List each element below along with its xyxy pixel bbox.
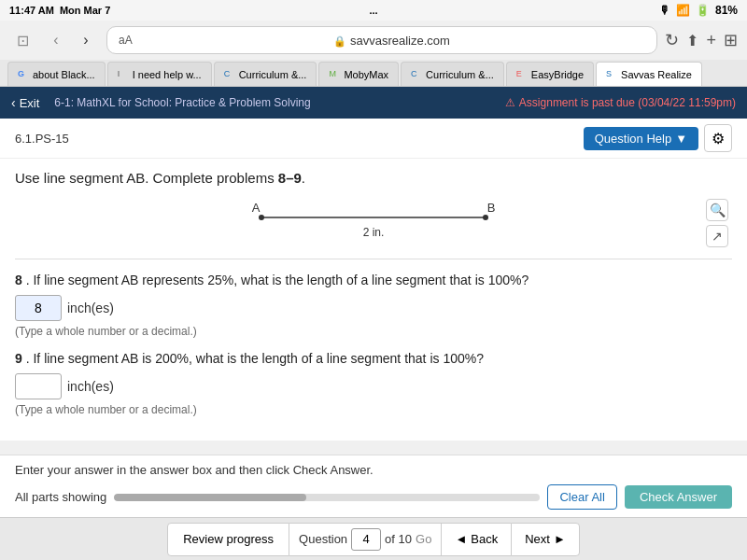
question-8: 8 . If line segment AB represents 25%, w…	[15, 273, 732, 338]
question-8-text: 8 . If line segment AB represents 25%, w…	[15, 273, 732, 287]
question-number-input[interactable]	[351, 528, 381, 551]
forward-browser-button[interactable]: ›	[73, 27, 99, 53]
svg-text:A: A	[252, 201, 261, 215]
zoom-in-button[interactable]: 🔍	[706, 199, 728, 221]
address-bar[interactable]: aA 🔒 savvasrealize.com	[106, 26, 657, 54]
answer-input-q8[interactable]	[15, 295, 62, 321]
problem-header: 6.1.PS-15 Question Help ▼ ⚙	[0, 119, 747, 159]
day-display: Mon Mar 7	[60, 5, 110, 16]
next-button[interactable]: Next ►	[511, 523, 580, 556]
back-button[interactable]: ◄ Back	[441, 523, 511, 556]
easybridge-favicon: E	[516, 69, 528, 80]
next-arrow-icon: ►	[554, 532, 566, 546]
share-button[interactable]: ⬆	[686, 32, 698, 49]
breadcrumb: 6-1: MathXL for School: Practice & Probl…	[54, 96, 490, 109]
problem-instruction: Use line segment AB. Complete problems 8…	[15, 170, 732, 186]
content-divider	[15, 259, 732, 259]
settings-button[interactable]: ⚙	[704, 124, 732, 152]
bottom-instruction: Enter your answer in the answer box and …	[15, 463, 732, 477]
progress-bar	[114, 494, 540, 501]
answer-input-q9[interactable]	[15, 373, 62, 399]
font-size-label: aA	[119, 34, 133, 47]
svg-point-2	[483, 215, 488, 220]
reload-button[interactable]: ↻	[665, 30, 679, 50]
tab-label: Curriculum &...	[426, 69, 494, 80]
diagram-container: A B 2 in. 🔍 ↗	[15, 197, 732, 244]
go-button[interactable]: Go	[416, 532, 431, 546]
problem-content: Use line segment AB. Complete problems 8…	[0, 159, 747, 441]
back-arrow-icon: ◄	[455, 532, 467, 546]
chevron-left-icon: ‹	[11, 95, 16, 110]
status-bar: 11:47 AM Mon Mar 7 ... 🎙 📶 🔋 81%	[0, 0, 747, 21]
tab-label: I need help w...	[133, 69, 202, 80]
line-segment-diagram: A B 2 in.	[233, 197, 514, 244]
tab-help[interactable]: I I need help w...	[107, 62, 212, 86]
dots-indicator: ...	[369, 5, 377, 16]
mobymax-favicon: M	[329, 69, 340, 80]
lock-icon: 🔒	[333, 35, 346, 47]
svg-point-1	[259, 215, 264, 220]
review-progress-button[interactable]: Review progress	[167, 523, 289, 556]
back-browser-button[interactable]: ‹	[43, 27, 69, 53]
mic-icon: 🎙	[659, 4, 670, 17]
problem-id: 6.1.PS-15	[15, 132, 69, 146]
of-total-label: of 10	[385, 532, 412, 546]
sidebar-toggle-button[interactable]: ⊡	[9, 27, 35, 53]
help-favicon: I	[118, 69, 129, 80]
app-bar: ‹ Exit 6-1: MathXL for School: Practice …	[0, 87, 747, 119]
question-9: 9 . If line segment AB is 200%, what is …	[15, 351, 732, 416]
exit-button[interactable]: ‹ Exit	[11, 95, 39, 110]
question-nav-label: Question	[299, 532, 347, 546]
question-help-button[interactable]: Question Help ▼	[584, 127, 698, 150]
curriculum2-favicon: C	[411, 69, 422, 80]
progress-bar-fill	[114, 494, 305, 501]
svg-text:B: B	[487, 201, 496, 215]
savvas-favicon: S	[606, 69, 617, 80]
tab-mobymax[interactable]: M MobyMax	[318, 62, 399, 86]
tab-curriculum1[interactable]: C Curriculum &...	[214, 62, 317, 86]
tab-curriculum2[interactable]: C Curriculum &...	[401, 62, 504, 86]
tab-label: Curriculum &...	[239, 69, 307, 80]
answer-hint-q9: (Type a whole number or a decimal.)	[15, 403, 732, 416]
wifi-icon: 📶	[676, 4, 690, 17]
answer-unit-q8: inch(es)	[67, 301, 114, 315]
answer-unit-q9: inch(es)	[67, 379, 114, 394]
tabs-bar: G about Black... I I need help w... C Cu…	[0, 60, 747, 86]
answer-hint-q8: (Type a whole number or a decimal.)	[15, 325, 732, 338]
question-9-text: 9 . If line segment AB is 200%, what is …	[15, 351, 732, 366]
tab-label: EasyBridge	[531, 69, 584, 80]
tab-label: MobyMax	[344, 69, 388, 80]
tab-label: about Black...	[33, 69, 95, 80]
time-display: 11:47 AM	[9, 5, 54, 16]
tab-easybridge[interactable]: E EasyBridge	[506, 62, 594, 86]
curriculum-favicon: C	[224, 69, 235, 80]
nav-footer: Review progress Question of 10 Go ◄ Back…	[0, 517, 747, 560]
dropdown-icon: ▼	[675, 132, 687, 146]
tab-savvas[interactable]: S Savvas Realize	[596, 62, 702, 86]
url-display: 🔒 savvasrealize.com	[138, 34, 646, 48]
browser-chrome: ⊡ ‹ › aA 🔒 savvasrealize.com ↻ ⬆ + ⊞ G a…	[0, 21, 747, 87]
battery-percent: 81%	[715, 4, 738, 17]
assignment-warning: ⚠ Assignment is past due (03/04/22 11:59…	[505, 96, 736, 109]
question-nav: Question of 10 Go	[289, 523, 441, 556]
check-answer-button[interactable]: Check Answer	[625, 485, 732, 509]
warning-icon: ⚠	[505, 96, 515, 109]
clear-all-button[interactable]: Clear All	[547, 484, 616, 510]
google-favicon: G	[18, 69, 29, 80]
new-tab-button[interactable]: +	[706, 31, 716, 50]
external-link-button[interactable]: ↗	[706, 225, 728, 247]
tab-google[interactable]: G about Black...	[7, 62, 106, 86]
bottom-bar: Enter your answer in the answer box and …	[0, 455, 747, 517]
battery-icon: 🔋	[696, 4, 710, 17]
parts-label: All parts showing	[15, 490, 106, 504]
svg-text:2 in.: 2 in.	[363, 226, 385, 239]
grid-button[interactable]: ⊞	[724, 30, 738, 50]
tab-label: Savvas Realize	[621, 69, 692, 80]
